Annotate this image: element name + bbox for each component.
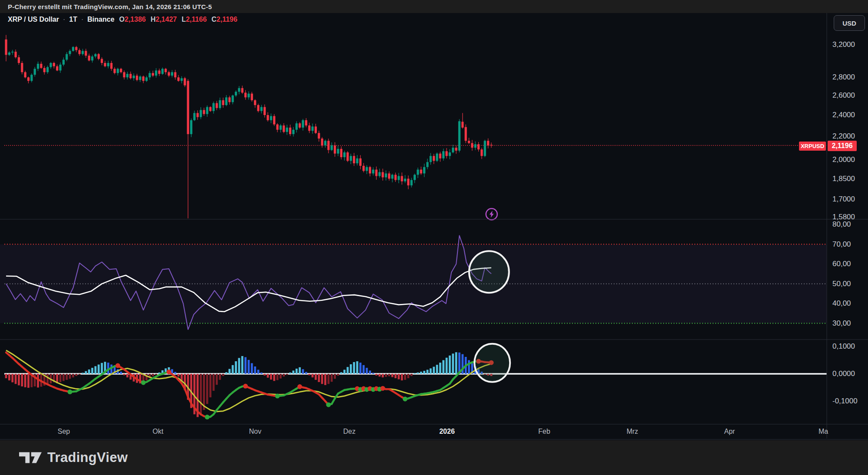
candle-body bbox=[133, 76, 135, 78]
macd-histogram-bar bbox=[276, 374, 279, 380]
candle-body bbox=[11, 52, 13, 53]
macd-flip-dot bbox=[115, 363, 120, 368]
candle-body bbox=[337, 149, 339, 154]
macd-histogram-bar bbox=[18, 374, 20, 385]
candle-body bbox=[49, 63, 52, 67]
candle-body bbox=[72, 47, 74, 51]
highlight-circle[interactable] bbox=[474, 344, 510, 382]
time-axis[interactable] bbox=[0, 424, 827, 440]
currency-unit-button[interactable]: USD bbox=[834, 15, 865, 31]
macd-histogram-bar bbox=[283, 374, 285, 376]
macd-histogram-bar bbox=[82, 373, 84, 374]
separator-dot: · bbox=[63, 16, 65, 23]
time-axis-label: Sep bbox=[58, 428, 70, 435]
attribution-text: P-Cherry erstellt mit TradingView.com, J… bbox=[8, 3, 212, 10]
rsi-axis-label: 80,00 bbox=[832, 220, 851, 229]
macd-histogram-bar bbox=[178, 374, 180, 376]
candle-body bbox=[5, 40, 7, 55]
candle-body bbox=[312, 126, 314, 131]
candle-body bbox=[107, 63, 109, 66]
macd-flip-dot bbox=[297, 384, 302, 389]
macd-histogram-bar bbox=[123, 374, 125, 375]
macd-histogram-bar bbox=[337, 374, 339, 376]
highlight-circle[interactable] bbox=[469, 251, 509, 293]
macd-histogram-bar bbox=[273, 374, 275, 381]
macd-histogram-bar bbox=[423, 371, 425, 374]
candle-body bbox=[225, 97, 227, 105]
candle-body bbox=[343, 152, 345, 157]
candle-body bbox=[94, 54, 96, 57]
candle-body bbox=[174, 72, 176, 77]
macd-histogram-bar bbox=[248, 360, 250, 374]
symbol-name[interactable]: XRP / US Dollar bbox=[8, 16, 59, 23]
candle-body bbox=[88, 56, 90, 60]
candle-body bbox=[142, 76, 145, 81]
candle-body bbox=[263, 107, 266, 115]
macd-histogram-bar bbox=[340, 372, 342, 374]
candle-body bbox=[340, 149, 342, 157]
macd-histogram-bar bbox=[152, 374, 154, 376]
candle-body bbox=[334, 145, 336, 154]
candle-body bbox=[152, 73, 154, 76]
candle-body bbox=[164, 69, 167, 72]
candle-body bbox=[353, 156, 355, 163]
timeframe-label[interactable]: 1T bbox=[69, 16, 77, 23]
candle-body bbox=[430, 156, 432, 162]
candle-body bbox=[372, 170, 374, 174]
macd-histogram-bar bbox=[235, 361, 237, 374]
candle-body bbox=[471, 143, 473, 148]
rsi-axis-label: 60,00 bbox=[832, 260, 851, 268]
macd-histogram-bar bbox=[145, 374, 148, 380]
candle-body bbox=[468, 141, 470, 143]
candle-body bbox=[270, 116, 272, 120]
macd-histogram-bar bbox=[66, 374, 68, 380]
tradingview-logo[interactable]: TradingView bbox=[19, 449, 128, 466]
time-axis-year-label: 2026 bbox=[439, 428, 455, 435]
macd-histogram-bar bbox=[426, 370, 428, 374]
candle-body bbox=[158, 70, 160, 74]
macd-histogram-bar bbox=[324, 374, 326, 385]
candle-body bbox=[82, 51, 84, 54]
macd-histogram-bar bbox=[85, 371, 87, 374]
candle-body bbox=[98, 54, 100, 59]
macd-histogram-bar bbox=[251, 363, 253, 374]
macd-flip-dot bbox=[68, 389, 72, 394]
macd-histogram-bar bbox=[75, 374, 77, 376]
candle-body bbox=[62, 59, 65, 64]
macd-histogram-bar bbox=[27, 374, 30, 388]
candle-body bbox=[126, 74, 128, 77]
macd-histogram-bar bbox=[411, 374, 413, 376]
macd-histogram-bar bbox=[232, 365, 234, 374]
macd-histogram-bar bbox=[209, 374, 211, 397]
candle-body bbox=[145, 77, 148, 81]
chart-canvas[interactable] bbox=[0, 0, 868, 475]
macd-histogram-bar bbox=[359, 363, 362, 374]
candle-body bbox=[14, 52, 16, 57]
candle-body bbox=[56, 66, 58, 71]
candle-body bbox=[398, 176, 400, 180]
candle-body bbox=[283, 125, 285, 132]
price-axis-label: 2,6000 bbox=[832, 91, 855, 100]
time-axis-label: Nov bbox=[249, 428, 261, 435]
candle-body bbox=[439, 154, 441, 158]
macd-flip-dot bbox=[403, 396, 408, 401]
macd-histogram-bar bbox=[238, 358, 240, 374]
macd-histogram-bar bbox=[263, 374, 266, 376]
exchange-label[interactable]: Binance bbox=[87, 16, 114, 23]
macd-histogram-bar bbox=[62, 374, 65, 381]
candle-body bbox=[436, 154, 438, 161]
macd-histogram-bar bbox=[296, 369, 298, 374]
macd-histogram-bar bbox=[407, 374, 409, 378]
macd-histogram-bar bbox=[225, 372, 227, 374]
macd-histogram-bar bbox=[378, 374, 381, 376]
macd-axis-label: -0,1000 bbox=[832, 397, 858, 406]
candle-body bbox=[385, 173, 387, 177]
macd-histogram-bar bbox=[388, 374, 390, 376]
candle-body bbox=[458, 121, 460, 151]
macd-signal-line bbox=[6, 350, 491, 412]
price-axis-label: 2,4000 bbox=[832, 111, 855, 119]
candle-body bbox=[480, 149, 483, 156]
candle-body bbox=[455, 148, 457, 151]
candle-body bbox=[235, 92, 237, 96]
macd-histogram-bar bbox=[318, 374, 320, 382]
